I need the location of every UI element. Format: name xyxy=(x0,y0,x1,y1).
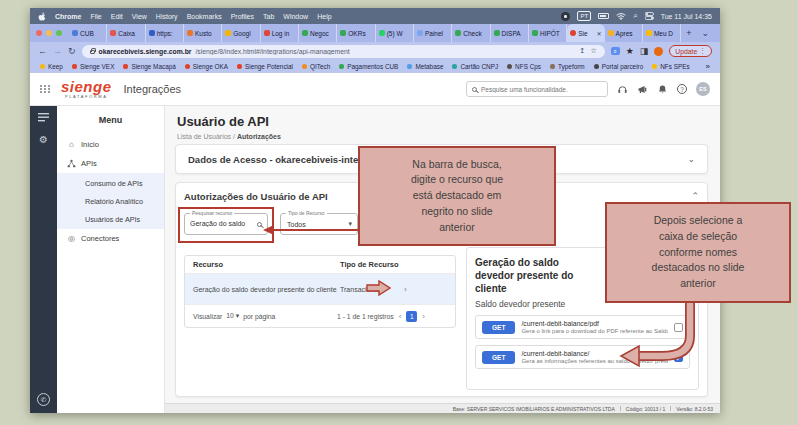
menu-item-chrome[interactable]: Chrome xyxy=(55,13,81,20)
browser-tab[interactable]: Log in xyxy=(261,24,299,42)
sidebar-item-conectores[interactable]: ◎Conectores xyxy=(57,229,164,248)
browser-tab[interactable]: Caixa xyxy=(107,24,145,42)
browser-tab[interactable]: Kusto xyxy=(184,24,222,42)
bookmark-item[interactable]: NFs SPEs xyxy=(652,63,689,70)
bookmark-item[interactable]: Sienge Macapá xyxy=(123,63,175,70)
menu-item-view[interactable]: View xyxy=(132,13,147,20)
share-icon[interactable]: ↥ xyxy=(580,47,586,55)
functionality-search-input[interactable] xyxy=(481,86,602,93)
browser-tab[interactable]: (5) W xyxy=(376,24,414,42)
browser-tab[interactable]: OKRs xyxy=(337,24,375,42)
row-chevron-icon[interactable]: › xyxy=(404,285,418,294)
wifi-icon[interactable] xyxy=(616,12,626,20)
bookmark-item[interactable]: Sienge OKA xyxy=(185,63,228,70)
side-panel-icon[interactable]: ◨ xyxy=(640,47,649,56)
browser-tab-active[interactable]: Sie✕ xyxy=(567,24,604,42)
browser-tab[interactable]: Apres xyxy=(605,24,643,42)
new-tab-button[interactable]: + xyxy=(681,28,696,38)
profile-avatar[interactable] xyxy=(654,47,663,56)
sienge-logo[interactable]: sienge PLATAFORMA xyxy=(61,79,112,99)
settings-gear-icon[interactable]: ⚙ xyxy=(39,134,48,145)
home-icon: ⌂ xyxy=(67,140,76,149)
menubar-clock[interactable]: Tue 11 Jul 14:35 xyxy=(661,13,712,20)
menu-item-profiles[interactable]: Profiles xyxy=(231,13,254,20)
bookmark-favicon xyxy=(652,64,657,69)
menu-item-tab[interactable]: Tab xyxy=(263,13,274,20)
extensions-star-icon[interactable]: ★ xyxy=(626,47,634,56)
breadcrumb-root[interactable]: Lista de Usuários xyxy=(177,133,231,140)
help-icon[interactable]: ? xyxy=(677,84,687,94)
menu-item-help[interactable]: Help xyxy=(317,13,331,20)
resource-type-select[interactable]: Tipo de Recurso Todos ▾ xyxy=(280,213,358,235)
sidebar-item-consumo-de-apis[interactable]: Consumo de APIs xyxy=(57,174,164,192)
bookmark-item[interactable]: Portal parceiro xyxy=(594,63,644,70)
menu-item-window[interactable]: Window xyxy=(283,13,308,20)
sidebar-item-inicio[interactable]: ⌂Início xyxy=(57,135,164,154)
input-language-badge[interactable]: PT xyxy=(577,11,591,21)
zoom-window-button[interactable] xyxy=(56,30,62,36)
bookmark-item[interactable]: Metabase xyxy=(407,63,443,70)
slide-canvas: Chrome File Edit View History Bookmarks … xyxy=(0,0,798,425)
tab-favicon xyxy=(494,30,500,36)
bookmark-item[interactable]: Typeform xyxy=(550,63,585,70)
bookmark-item[interactable]: Keep xyxy=(40,63,63,70)
sidebar-item-usuarios-de-apis[interactable]: Usuários de APIs xyxy=(57,210,164,228)
chevron-down-icon[interactable]: ⌄ xyxy=(687,154,695,164)
chevron-up-icon[interactable]: ⌃ xyxy=(691,191,699,201)
extension-badge-icon[interactable]: ≡ xyxy=(611,47,620,55)
tab-close-icon[interactable]: ✕ xyxy=(597,30,602,37)
collapse-menu-icon[interactable] xyxy=(38,113,49,122)
browser-tab[interactable]: Meu D xyxy=(643,24,681,42)
browser-tab[interactable]: Negoc xyxy=(299,24,337,42)
spotlight-search-icon[interactable]: ⌕ xyxy=(633,12,637,20)
browser-tab[interactable]: Googl xyxy=(222,24,260,42)
menu-item-bookmarks[interactable]: Bookmarks xyxy=(187,13,222,20)
support-headset-icon[interactable] xyxy=(617,84,628,95)
bookmark-item[interactable]: QITech xyxy=(302,63,330,70)
update-button[interactable]: Update⋮ xyxy=(669,45,712,57)
phone-support-icon[interactable]: ✆ xyxy=(37,393,50,406)
browser-tab[interactable]: CUB xyxy=(69,24,107,42)
forward-button[interactable]: → xyxy=(53,47,62,56)
prev-page-icon[interactable]: ‹ xyxy=(399,312,402,321)
close-window-button[interactable] xyxy=(36,30,42,36)
menu-item-edit[interactable]: Edit xyxy=(111,13,123,20)
app-launcher-icon[interactable] xyxy=(40,85,51,93)
bookmark-label: Typeform xyxy=(558,63,585,70)
bookmark-item[interactable]: Cartão CNPJ xyxy=(452,63,498,70)
browser-tab[interactable]: DISPA xyxy=(491,24,529,42)
bookmark-item[interactable]: NFS Cps xyxy=(507,63,541,70)
bookmark-star-icon[interactable]: ☆ xyxy=(590,47,596,55)
reload-button[interactable]: ↻ xyxy=(68,47,76,56)
address-bar[interactable]: okarecebiveis.sienge.com.br /sienge/8/in… xyxy=(82,45,605,58)
user-avatar[interactable]: ES xyxy=(696,82,710,96)
browser-tab[interactable]: Painel xyxy=(414,24,452,42)
browser-tab[interactable]: Check xyxy=(452,24,490,42)
apple-icon[interactable] xyxy=(38,12,46,21)
page-size-select[interactable]: 10 ▾ xyxy=(226,312,239,320)
browser-tab[interactable]: https: xyxy=(146,24,184,42)
next-page-icon[interactable]: › xyxy=(422,312,425,321)
icon-rail: ⚙ ✆ xyxy=(30,106,57,413)
tab-overflow-button[interactable]: ⌄ xyxy=(696,28,714,38)
minimize-window-button[interactable] xyxy=(46,30,52,36)
menu-item-file[interactable]: File xyxy=(90,13,101,20)
authorizations-title: Autorizações do Usuário de API xyxy=(184,191,328,202)
control-center-icon[interactable] xyxy=(645,12,654,20)
notifications-bell-icon[interactable] xyxy=(657,84,668,95)
table-row[interactable]: Geração do saldo devedor presente do cli… xyxy=(185,274,455,305)
sidebar-item-apis[interactable]: APIs xyxy=(57,154,164,173)
screen-record-icon[interactable] xyxy=(561,12,570,21)
functionality-search[interactable] xyxy=(466,81,608,97)
bookmark-item[interactable]: Sienge Potencial xyxy=(237,63,293,70)
browser-tab[interactable]: HIPÓT xyxy=(529,24,567,42)
bookmark-item[interactable]: Pagamentos CUB xyxy=(339,63,398,70)
resource-detail-title: Geração do saldo devedor presente do cli… xyxy=(475,256,593,295)
menu-item-history[interactable]: History xyxy=(156,13,178,20)
current-page-badge[interactable]: 1 xyxy=(406,311,417,322)
sidebar-item-relatorio-analitico[interactable]: Relatório Analítico xyxy=(57,192,164,210)
back-button[interactable]: ← xyxy=(38,47,47,56)
announcements-megaphone-icon[interactable] xyxy=(637,84,648,95)
bookmark-item[interactable]: Sienge VEX xyxy=(72,63,114,70)
bookmarks-overflow-icon[interactable]: » xyxy=(706,62,710,71)
